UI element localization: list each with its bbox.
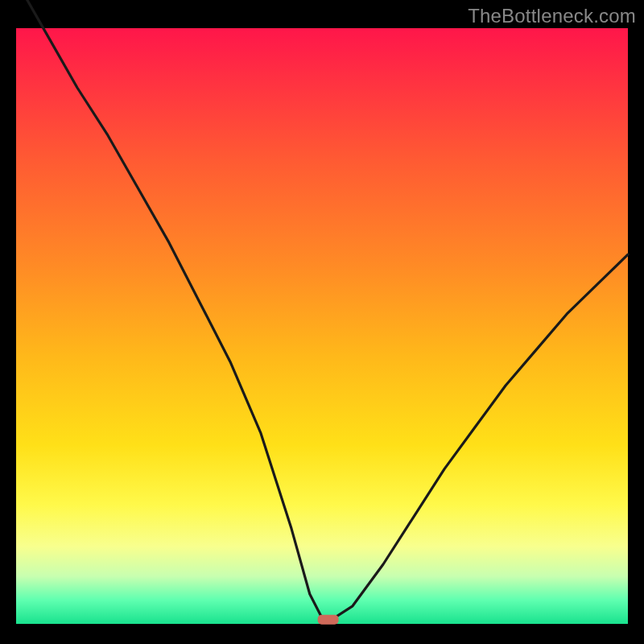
chart-frame: TheBottleneck.com (0, 0, 644, 644)
watermark-text: TheBottleneck.com (468, 5, 636, 27)
minimum-marker (318, 615, 339, 625)
chart-svg (16, 28, 628, 624)
bottleneck-curve-line (16, 0, 628, 618)
plot-area (16, 28, 628, 624)
